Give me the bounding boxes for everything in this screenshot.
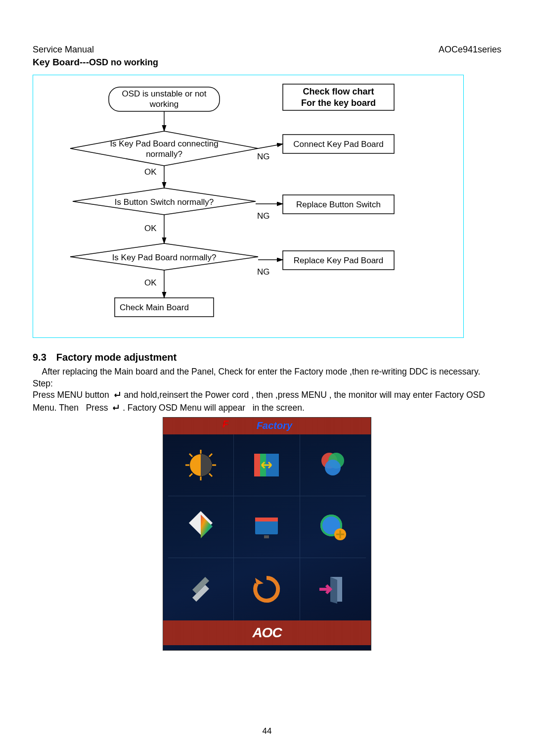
enter-icon: [112, 390, 122, 402]
svg-rect-23: [254, 454, 260, 476]
section-93-body: After replacing the Main board and the P…: [33, 366, 501, 415]
svg-line-19: [209, 473, 212, 476]
color-icon: [300, 434, 366, 496]
aoc-logo: AOC: [252, 625, 281, 641]
ng-label-1: NG: [257, 152, 270, 162]
osd-setup-icon: [234, 496, 300, 558]
ng-label-2: NG: [257, 211, 270, 221]
tools-icon: [168, 558, 234, 620]
enter-icon: [110, 403, 120, 415]
svg-rect-26: [272, 454, 279, 476]
decision-2: Is Button Switch normally?: [80, 197, 248, 207]
svg-rect-33: [264, 535, 269, 538]
osd-top-bar: F Factory: [163, 418, 371, 434]
start-node: OSD is unstable or not working: [109, 89, 220, 110]
exit-icon: [300, 558, 366, 620]
keyboard-section-title: Key Board---OSD no working: [33, 57, 501, 68]
end-node: Check Main Board: [115, 302, 219, 313]
osd-icon-grid: [163, 434, 371, 620]
svg-line-20: [209, 454, 212, 457]
factory-osd-photo: F Factory: [163, 417, 371, 651]
action-1: Connect Key Pad Board: [283, 139, 394, 149]
ok-label-2: OK: [144, 224, 157, 234]
svg-line-21: [189, 473, 192, 476]
svg-line-9: [258, 144, 283, 148]
svg-rect-32: [255, 518, 278, 521]
section-93-heading: 9.3 Factory mode adjustment: [33, 352, 501, 363]
flowchart-container: Check flow chart For the key board OSD i…: [33, 75, 464, 338]
osd-factory-label: Factory: [257, 420, 292, 431]
flowchart-title: Check flow chart For the key board: [283, 86, 394, 109]
svg-line-18: [189, 454, 192, 457]
decision-1: Is Key Pad Board connecting normally?: [80, 139, 248, 160]
header-left: Service Manual: [33, 45, 94, 55]
page-number: 44: [0, 726, 534, 736]
header-right: AOCe941series: [439, 45, 501, 55]
ok-label-1: OK: [144, 167, 157, 177]
osd-bottom-bar: AOC: [163, 620, 371, 645]
action-2: Replace Button Switch: [283, 199, 394, 210]
reset-icon: [234, 558, 300, 620]
ng-label-3: NG: [257, 267, 270, 277]
extra-icon: [300, 496, 366, 558]
action-3: Replace Key Pad Board: [283, 255, 394, 266]
osd-f-label: F: [222, 419, 228, 430]
image-setup-icon: [234, 434, 300, 496]
svg-point-29: [325, 460, 341, 475]
picture-boost-icon: [168, 496, 234, 558]
brightness-icon: [168, 434, 234, 496]
decision-3: Is Key Pad Board normally?: [75, 252, 253, 263]
ok-label-3: OK: [144, 278, 157, 288]
